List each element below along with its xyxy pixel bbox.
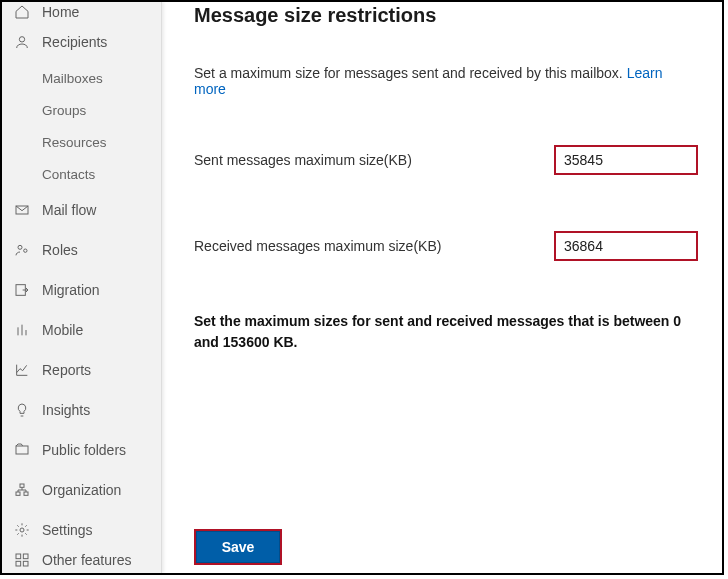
sidebar-item-label: Home bbox=[42, 4, 79, 20]
sidebar-item-reports[interactable]: Reports bbox=[2, 350, 161, 390]
home-icon bbox=[12, 2, 32, 22]
sidebar-item-label: Roles bbox=[42, 242, 78, 258]
sidebar-item-insights[interactable]: Insights bbox=[2, 390, 161, 430]
sent-size-row: Sent messages maximum size(KB) bbox=[194, 145, 698, 175]
received-size-row: Received messages maximum size(KB) bbox=[194, 231, 698, 261]
sidebar-item-recipients[interactable]: Recipients bbox=[2, 22, 161, 62]
sidebar-item-mailflow[interactable]: Mail flow bbox=[2, 190, 161, 230]
sent-size-label: Sent messages maximum size(KB) bbox=[194, 152, 554, 168]
sidebar-item-roles[interactable]: Roles bbox=[2, 230, 161, 270]
org-icon bbox=[12, 480, 32, 500]
svg-point-9 bbox=[20, 528, 24, 532]
sidebar-item-label: Mail flow bbox=[42, 202, 96, 218]
sidebar-item-label: Other features bbox=[42, 552, 132, 568]
received-size-input[interactable] bbox=[554, 231, 698, 261]
sidebar-item-migration[interactable]: Migration bbox=[2, 270, 161, 310]
sidebar-item-label: Mobile bbox=[42, 322, 83, 338]
sidebar-item-label: Reports bbox=[42, 362, 91, 378]
svg-point-2 bbox=[18, 245, 22, 249]
svg-rect-13 bbox=[23, 561, 28, 566]
main-panel: Message size restrictions Set a maximum … bbox=[162, 2, 722, 573]
svg-rect-12 bbox=[16, 561, 21, 566]
mobile-icon bbox=[12, 320, 32, 340]
migration-icon bbox=[12, 280, 32, 300]
settings-icon bbox=[12, 520, 32, 540]
page-description: Set a maximum size for messages sent and… bbox=[194, 65, 698, 97]
sidebar-item-label: Recipients bbox=[42, 34, 107, 50]
sent-size-input[interactable] bbox=[554, 145, 698, 175]
save-highlight: Save bbox=[194, 529, 282, 565]
svg-point-0 bbox=[19, 37, 24, 42]
sidebar-sub-resources[interactable]: Resources bbox=[2, 126, 161, 158]
sidebar-item-label: Settings bbox=[42, 522, 93, 538]
reports-icon bbox=[12, 360, 32, 380]
svg-rect-5 bbox=[16, 446, 28, 454]
roles-icon bbox=[12, 240, 32, 260]
folders-icon bbox=[12, 440, 32, 460]
svg-point-3 bbox=[24, 249, 27, 252]
sidebar-sub-mailboxes[interactable]: Mailboxes bbox=[2, 62, 161, 94]
window-frame: Home Recipients Mailboxes Groups Resourc… bbox=[0, 0, 724, 575]
sidebar-item-organization[interactable]: Organization bbox=[2, 470, 161, 510]
sidebar-item-label: Insights bbox=[42, 402, 90, 418]
sidebar-item-home[interactable]: Home bbox=[2, 2, 161, 22]
page-title: Message size restrictions bbox=[194, 4, 698, 27]
svg-rect-11 bbox=[23, 554, 28, 559]
sidebar-sub-contacts[interactable]: Contacts bbox=[2, 158, 161, 190]
sidebar-item-other[interactable]: Other features bbox=[2, 550, 161, 570]
save-button[interactable]: Save bbox=[196, 531, 280, 563]
svg-rect-8 bbox=[24, 492, 28, 495]
sidebar-item-label: Organization bbox=[42, 482, 121, 498]
other-icon bbox=[12, 550, 32, 570]
svg-rect-7 bbox=[16, 492, 20, 495]
sidebar: Home Recipients Mailboxes Groups Resourc… bbox=[2, 2, 162, 573]
sidebar-item-label: Public folders bbox=[42, 442, 126, 458]
sidebar-item-label: Migration bbox=[42, 282, 100, 298]
sidebar-sub-groups[interactable]: Groups bbox=[2, 94, 161, 126]
svg-rect-10 bbox=[16, 554, 21, 559]
sidebar-item-publicfolders[interactable]: Public folders bbox=[2, 430, 161, 470]
insights-icon bbox=[12, 400, 32, 420]
size-note: Set the maximum sizes for sent and recei… bbox=[194, 311, 698, 353]
sidebar-item-settings[interactable]: Settings bbox=[2, 510, 161, 550]
svg-rect-6 bbox=[20, 484, 24, 487]
sidebar-item-mobile[interactable]: Mobile bbox=[2, 310, 161, 350]
mail-icon bbox=[12, 200, 32, 220]
description-text: Set a maximum size for messages sent and… bbox=[194, 65, 627, 81]
received-size-label: Received messages maximum size(KB) bbox=[194, 238, 554, 254]
user-icon bbox=[12, 32, 32, 52]
